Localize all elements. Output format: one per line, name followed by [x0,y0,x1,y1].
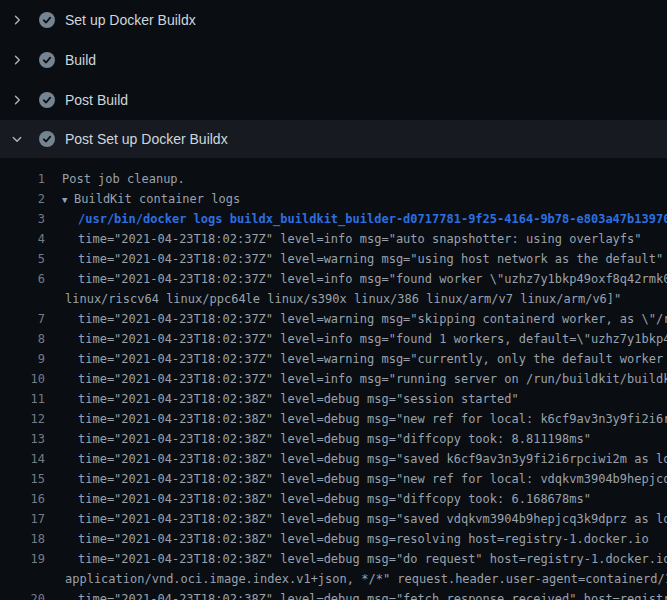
log-line: 13 time="2021-04-23T18:02:38Z" level=deb… [0,429,667,449]
log-text: Post job cleanup. [62,169,185,189]
chevron-down-icon[interactable] [9,131,25,147]
log-line: 2 ▼ BuildKit container logs [0,189,667,209]
line-number[interactable]: 13 [0,429,45,449]
log-text: application/vnd.oci.image.index.v1+json,… [65,569,667,589]
log-text: time="2021-04-23T18:02:38Z" level=debug … [78,449,667,469]
log-text: time="2021-04-23T18:02:38Z" level=debug … [78,509,667,529]
log-text: BuildKit container logs [74,189,240,209]
log-text: time="2021-04-23T18:02:38Z" level=debug … [78,389,519,409]
log-text: time="2021-04-23T18:02:38Z" level=debug … [78,529,649,549]
line-number[interactable]: 5 [0,249,45,269]
log-text: time="2021-04-23T18:02:37Z" level=warnin… [78,249,663,269]
actions-log-viewer: Set up Docker Buildx Build Post Build Po… [0,0,667,600]
line-number[interactable]: 1 [0,169,45,189]
line-number[interactable]: 6 [0,269,45,289]
log-line: 8 time="2021-04-23T18:02:37Z" level=info… [0,329,667,349]
log-line: 14 time="2021-04-23T18:02:38Z" level=deb… [0,449,667,469]
chevron-right-icon[interactable] [9,52,25,68]
step-title: Set up Docker Buildx [65,10,196,30]
step-title: Build [65,50,96,70]
log-line: 6 time="2021-04-23T18:02:37Z" level=info… [0,269,667,289]
log-line: 17 time="2021-04-23T18:02:38Z" level=deb… [0,509,667,529]
log-line: 3 /usr/bin/docker logs buildx_buildkit_b… [0,209,667,229]
line-number[interactable]: 12 [0,409,45,429]
group-toggle-icon[interactable]: ▼ [62,190,74,210]
log-line: 12 time="2021-04-23T18:02:38Z" level=deb… [0,409,667,429]
log-line: application/vnd.oci.image.index.v1+json,… [0,569,667,589]
line-number[interactable]: 17 [0,509,45,529]
log-text: time="2021-04-23T18:02:37Z" level=warnin… [78,349,667,369]
log-text: time="2021-04-23T18:02:37Z" level=warnin… [78,309,667,329]
log-line: 1 Post job cleanup. [0,169,667,189]
log-text: time="2021-04-23T18:02:37Z" level=info m… [78,229,642,249]
line-number[interactable]: 2 [0,189,45,209]
check-circle-icon [39,12,55,28]
check-circle-icon [39,92,55,108]
log-text: /usr/bin/docker logs buildx_buildkit_bui… [78,209,667,229]
line-number[interactable]: 4 [0,229,45,249]
line-number[interactable]: 14 [0,449,45,469]
log-line: 9 time="2021-04-23T18:02:37Z" level=warn… [0,349,667,369]
log-text: time="2021-04-23T18:02:37Z" level=info m… [78,369,667,389]
step-header-expanded[interactable]: Post Set up Docker Buildx [0,120,667,158]
line-number[interactable]: 9 [0,349,45,369]
line-number[interactable]: 7 [0,309,45,329]
line-number[interactable]: 3 [0,209,45,229]
log-text: time="2021-04-23T18:02:37Z" level=info m… [78,269,667,289]
line-number[interactable]: 15 [0,469,45,489]
line-number[interactable]: 16 [0,489,45,509]
step-header-collapsed[interactable]: Post Build [0,80,667,120]
check-circle-icon [39,131,55,147]
line-number[interactable]: 10 [0,369,45,389]
log-line: 10 time="2021-04-23T18:02:37Z" level=inf… [0,369,667,389]
chevron-right-icon[interactable] [9,12,25,28]
log-text: time="2021-04-23T18:02:37Z" level=info m… [78,329,667,349]
log-line: 19 time="2021-04-23T18:02:38Z" level=deb… [0,549,667,569]
log-text: time="2021-04-23T18:02:38Z" level=debug … [78,429,591,449]
log-line: linux/riscv64 linux/ppc64le linux/s390x … [0,289,667,309]
log-line: 20 time="2021-04-23T18:02:38Z" level=deb… [0,589,667,600]
check-circle-icon [39,52,55,68]
log-line: 4 time="2021-04-23T18:02:37Z" level=info… [0,229,667,249]
log-text: time="2021-04-23T18:02:38Z" level=debug … [78,589,667,600]
log-text: time="2021-04-23T18:02:38Z" level=debug … [78,489,591,509]
log-line: 18 time="2021-04-23T18:02:38Z" level=deb… [0,529,667,549]
line-number[interactable]: 11 [0,389,45,409]
step-list: Set up Docker Buildx Build Post Build Po… [0,0,667,158]
line-number[interactable]: 20 [0,589,45,600]
log-text: time="2021-04-23T18:02:38Z" level=debug … [78,409,667,429]
log-line: 16 time="2021-04-23T18:02:38Z" level=deb… [0,489,667,509]
log-line: 11 time="2021-04-23T18:02:38Z" level=deb… [0,389,667,409]
log-text: linux/riscv64 linux/ppc64le linux/s390x … [65,289,621,309]
log-line: 5 time="2021-04-23T18:02:37Z" level=warn… [0,249,667,269]
line-number[interactable]: 18 [0,529,45,549]
log-line: 7 time="2021-04-23T18:02:37Z" level=warn… [0,309,667,329]
log-line: 15 time="2021-04-23T18:02:38Z" level=deb… [0,469,667,489]
log-text: time="2021-04-23T18:02:38Z" level=debug … [78,469,667,489]
chevron-right-icon[interactable] [9,92,25,108]
step-header-collapsed[interactable]: Set up Docker Buildx [0,0,667,40]
step-header-collapsed[interactable]: Build [0,40,667,80]
step-title: Post Set up Docker Buildx [65,129,228,149]
log-text: time="2021-04-23T18:02:38Z" level=debug … [78,549,667,569]
step-title: Post Build [65,90,128,110]
log-lines: 1 Post job cleanup. 2 ▼ BuildKit contain… [0,158,667,600]
line-number[interactable]: 8 [0,329,45,349]
line-number[interactable]: 19 [0,549,45,569]
